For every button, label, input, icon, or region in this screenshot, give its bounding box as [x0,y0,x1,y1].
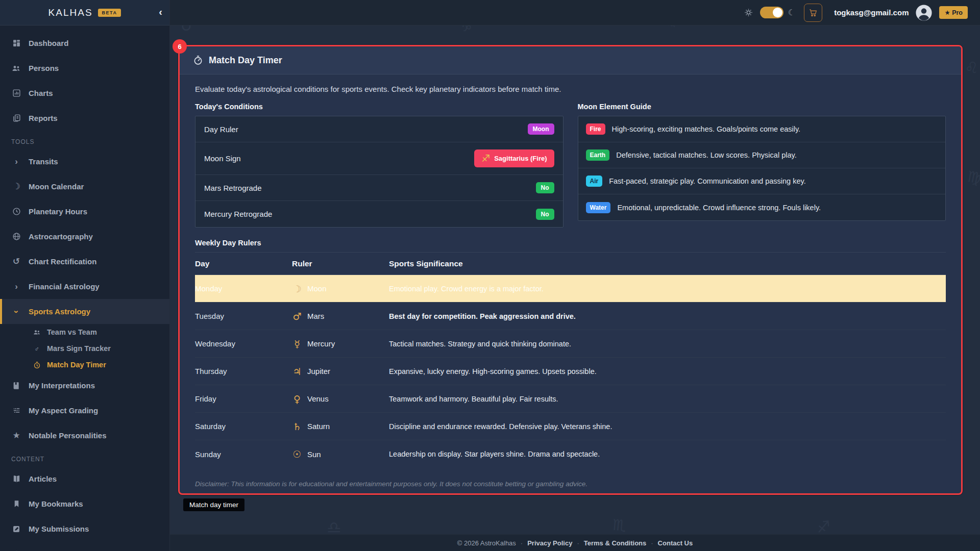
sidebar-item-label: Mars Sign Tracker [47,344,111,353]
weekly-table-body: Monday☽MoonEmotional play. Crowd energy … [195,275,946,468]
sidebar-item-label: Team vs Team [47,328,97,336]
nav-section-label: TOOLS [0,136,169,148]
sidebar-item-planetary-hours[interactable]: Planetary Hours [0,199,169,224]
toggle-knob [773,8,782,17]
element-description: High-scoring, exciting matches. Goals/po… [612,125,801,133]
sidebar-item-reports[interactable]: Reports [0,106,169,131]
element-guide-row: EarthDefensive, tactical matches. Low sc… [578,142,946,168]
sidebar-item-my-interpretations[interactable]: My Interpretations [0,373,169,398]
book-icon [11,382,21,390]
weekly-ruler: ♀Venus [292,393,389,405]
condition-value-badge: ♐Sagittarius (Fire) [474,149,554,167]
sidebar-item-articles[interactable]: Articles [0,466,169,491]
weekly-day: Tuesday [195,312,292,320]
articles-icon [11,474,21,483]
panel-description: Evaluate today's astrological conditions… [195,85,946,93]
sidebar-item-financial-astrology[interactable]: ›Financial Astrology [0,274,169,299]
content-area: 6 Match Day Timer Evaluate today's astro… [170,26,980,534]
beta-badge: BETA [98,9,121,17]
weekly-ruler: ☽Moon [292,283,389,294]
sidebar-item-charts[interactable]: Charts [0,81,169,106]
todays-conditions-section: Today's Conditions Day RulerMoonMoon Sig… [195,103,564,228]
condition-value-badge: No [536,182,554,193]
element-guide-row: AirFast-paced, strategic play. Communica… [578,168,946,194]
charts-icon [11,89,21,97]
sidebar-item-astrocartography[interactable]: Astrocartography [0,224,169,249]
ruler-name: Mercury [307,339,335,348]
sidebar-item-sports-astrology[interactable]: ›Sports Astrology [0,299,169,324]
avatar[interactable] [915,4,933,21]
sidebar-item-notable-personalities[interactable]: ★Notable Personalities [0,423,169,448]
sidebar-item-feature-voting[interactable]: Feature Voting [0,541,169,551]
sidebar-item-transits[interactable]: ›Transits [0,149,169,174]
weekly-ruler: ☿Mercury [292,338,389,349]
ruler-name: Venus [307,394,329,403]
ruler-name: Saturn [307,422,330,431]
sidebar-item-team-vs-team[interactable]: Team vs Team [0,324,169,340]
element-description: Fast-paced, strategic play. Communicatio… [609,177,806,185]
mars-icon: ♂ [33,345,41,353]
account-email[interactable]: togkasg@gmail.com [834,8,909,17]
weekly-significance: Expansive, lucky energy. High-scoring ga… [389,367,946,375]
weekly-ruler: ♂Mars [292,311,389,322]
sidebar-item-my-submissions[interactable]: My Submissions [0,516,169,541]
dashboard-icon [11,39,21,47]
weekly-significance: Leadership on display. Star players shin… [389,450,946,458]
condition-value-badge: No [536,209,554,220]
sidebar-item-label: Articles [29,474,57,483]
sidebar-item-label: Chart Rectification [29,257,96,266]
element-description: Defensive, tactical matches. Low scores.… [616,151,797,159]
element-badge: Fire [586,123,605,135]
conditions-heading: Today's Conditions [195,103,564,111]
theme-toggle[interactable] [760,7,783,18]
weekly-significance: Best day for competition. Peak aggressio… [389,312,946,320]
team-icon [33,329,41,336]
stopwatch-icon [193,55,203,65]
sidebar-item-moon-calendar[interactable]: ☽Moon Calendar [0,174,169,199]
conditions-table: Day RulerMoonMoon Sign♐Sagittarius (Fire… [195,116,564,228]
cart-button[interactable] [804,4,822,22]
weekly-column-header: Ruler [292,259,389,268]
condition-row: Day RulerMoon [195,116,563,142]
condition-label: Moon Sign [204,154,241,163]
weekly-day: Friday [195,394,292,403]
weekly-column-header: Day [195,259,292,268]
sidebar-item-chart-rectification[interactable]: ↺Chart Rectification [0,249,169,274]
sidebar-item-my-bookmarks[interactable]: My Bookmarks [0,491,169,516]
pro-badge[interactable]: ★ Pro [939,6,968,19]
element-guide-heading: Moon Element Guide [578,103,946,111]
element-description: Emotional, unpredictable. Crowd influenc… [617,204,821,212]
sliders-icon [11,406,21,415]
sidebar-item-dashboard[interactable]: Dashboard [0,31,169,56]
sidebar-item-persons[interactable]: Persons [0,56,169,81]
condition-label: Mars Retrograde [204,184,262,192]
clock-icon [11,207,21,216]
sidebar-item-label: Reports [29,114,58,122]
weekly-row-saturday: Saturday♄SaturnDiscipline and endurance … [195,413,946,440]
chevron-right-icon: › [11,157,21,167]
sidebar-item-mars-sign-tracker[interactable]: ♂Mars Sign Tracker [0,340,169,357]
sidebar-item-match-day-timer[interactable]: Match Day Timer [0,357,169,373]
sun-symbol-icon: ☉ [292,448,302,460]
sidebar-collapse-icon[interactable]: ‹ [159,6,162,18]
weekly-significance: Teamwork and harmony. Beautiful play. Fa… [389,395,946,403]
weekly-day: Wednesday [195,339,292,348]
topbar: ☾ togkasg@gmail.com ★ Pro [170,0,980,26]
condition-label: Day Ruler [204,125,238,134]
element-badge: Earth [586,149,610,161]
condition-row: Mars RetrogradeNo [195,175,563,201]
panel-title: Match Day Timer [209,55,282,66]
sidebar-item-my-aspect-grading[interactable]: My Aspect Grading [0,398,169,423]
footer-link-privacy-policy[interactable]: Privacy Policy [527,539,572,547]
persons-icon [11,64,21,73]
weekly-day: Monday [195,284,292,293]
footer-link-contact-us[interactable]: Contact Us [658,539,693,547]
element-guide-row: WaterEmotional, unpredictable. Crowd inf… [578,194,946,220]
footer-link-terms-conditions[interactable]: Terms & Conditions [584,539,647,547]
sidebar-item-label: Persons [29,64,59,72]
sidebar-item-label: Match Day Timer [47,361,106,369]
app-logo: KALHAS [48,7,93,18]
ruler-name: Moon [307,284,327,293]
submissions-icon [11,525,21,533]
weekly-row-thursday: Thursday♃JupiterExpansive, lucky energy.… [195,358,946,385]
